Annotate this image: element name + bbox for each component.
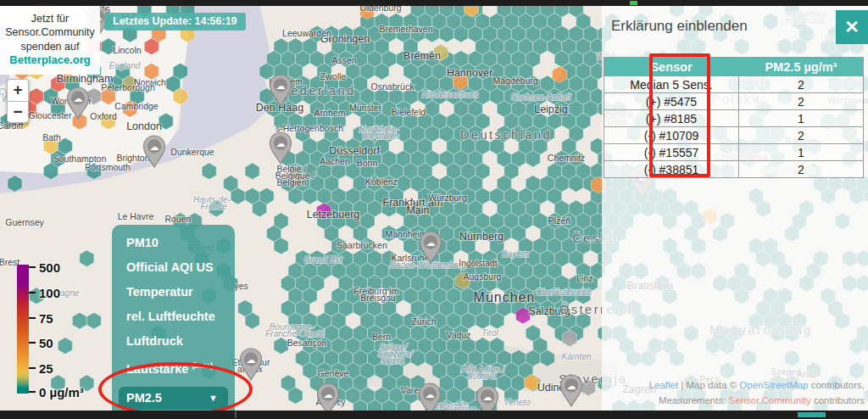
map-label: Main <box>406 204 429 216</box>
donation-line: Jetzt für <box>2 12 98 25</box>
cloud-icon: ☁ <box>324 389 333 399</box>
last-update-badge: Letztes Update: 14:56:19 <box>104 13 246 31</box>
selected-layer-label: PM2.5 <box>126 391 162 405</box>
map-label: Brighton <box>116 153 149 163</box>
table-row: (+) #54752 <box>604 93 864 110</box>
attribution-link[interactable]: Leaflet <box>649 380 679 390</box>
map-label: Besançon <box>287 338 327 348</box>
browser-chrome-top <box>0 0 868 6</box>
layer-menu: PM10Official AQI USTemperaturrel. Luftfe… <box>112 225 235 419</box>
attribution-text: contributors, <box>809 380 865 390</box>
map-label: Kärnten <box>561 352 591 361</box>
table-row: (-) #155571 <box>604 144 864 161</box>
layer-menu-item[interactable]: PM10 <box>112 236 235 250</box>
map-label: France <box>200 202 227 211</box>
map-label: England <box>109 61 141 70</box>
layer-menu-item[interactable]: rel. Luftfeuchte <box>112 310 235 324</box>
table-cell: 2 <box>739 127 864 144</box>
map-label: Hannover <box>447 67 492 79</box>
map-label: Augsburg <box>464 271 502 282</box>
caret-down-icon: ▼ <box>209 393 218 403</box>
layer-menu-item[interactable]: Temperatur <box>112 285 235 299</box>
table-cell: Median 5 Sens. <box>604 76 739 93</box>
map-label: Münster <box>349 103 381 113</box>
donation-line: Sensor.Community <box>2 25 98 39</box>
legend-tick: 0 µg/m³ <box>29 386 84 398</box>
map-label: Zwolle <box>320 71 347 81</box>
close-icon[interactable]: ✕ <box>836 10 868 44</box>
attribution-link[interactable]: OpenStreetMap <box>739 380 808 390</box>
attribution-line2: Measurements: Sensor.Community contribut… <box>649 394 865 409</box>
layer-menu-item[interactable]: Official AQI US <box>112 260 235 275</box>
layer-menu-item-beta[interactable]: Lautstärke (beta) <box>112 359 235 377</box>
layer-select-dropdown[interactable]: PM2.5 ▼ <box>119 387 228 410</box>
map-label: Osnabrück <box>371 81 415 92</box>
table-row: Median 5 Sens.2 <box>604 76 864 93</box>
map-label: Lincoln <box>113 45 141 55</box>
legend-tick: 25 <box>29 362 53 374</box>
map-label: Gloucester <box>29 110 72 120</box>
table-cell: 2 <box>739 76 864 93</box>
map-label: Deutschland <box>460 128 552 142</box>
layer-menu-items: PM10Official AQI USTemperaturrel. Luftfe… <box>112 236 235 377</box>
map-label: s-Hertogenbosch <box>275 123 343 133</box>
betterplace-link[interactable]: Betterplace.org <box>2 53 98 68</box>
map-label: Leeuwarden <box>282 28 331 38</box>
map-label: Linz <box>576 273 593 283</box>
map-label: Baden-Württemberg <box>390 260 466 270</box>
map-label: Arnhem <box>314 108 346 118</box>
map-label: Bonn <box>357 158 378 168</box>
legend-tick: 500 <box>29 261 60 273</box>
map-label: Koblenz <box>365 176 398 187</box>
cloud-icon: ☁ <box>247 355 256 365</box>
map-label: Plzeň <box>548 215 570 226</box>
table-cell: 2 <box>739 161 864 178</box>
map-label: Veneto <box>504 398 531 407</box>
map-label: Le Havre <box>118 211 154 221</box>
map-label: Grand Est <box>303 255 342 265</box>
zoom-out-button[interactable]: − <box>7 101 29 123</box>
explanation-panel: Erklärung einblenden ✕ SensorPM2.5 µg/m³… <box>602 6 868 411</box>
table-header: Sensor <box>604 58 739 76</box>
table-row: (+) #81851 <box>604 110 864 127</box>
attribution-text: contributors <box>811 395 865 405</box>
map-label: Bremen <box>403 50 441 62</box>
donation-banner: Jetzt für Sensor.Community spenden auf B… <box>0 6 100 75</box>
map-label: Bielefeld <box>392 107 426 117</box>
layer-menu-item[interactable]: Luftdruck <box>112 334 235 349</box>
table-cell: 1 <box>739 110 864 127</box>
zoom-in-button[interactable]: + <box>7 79 29 101</box>
table-cell: (+) #8185 <box>604 110 739 127</box>
attribution-line1: Leaflet | Map data © OpenStreetMap contr… <box>649 378 865 394</box>
map-label: Oxford <box>90 111 117 121</box>
map-label: Genève <box>318 368 349 378</box>
map-label: Niedersachsen <box>422 90 479 99</box>
cloud-icon: ☁ <box>567 381 576 391</box>
map-label: Leipzig <box>534 103 568 115</box>
map-label: Bath <box>42 132 61 142</box>
table-cell: (+) #5475 <box>604 93 739 110</box>
cloud-icon: ☁ <box>74 93 83 103</box>
table-cell: (-) #10709 <box>604 127 739 144</box>
map-label: Tirol <box>481 328 498 338</box>
map-label: Belgien <box>276 177 306 187</box>
browser-chrome-bottom <box>0 411 868 419</box>
table-cell: 1 <box>739 144 864 161</box>
map-label: Peterborough <box>101 82 155 92</box>
chrome-divider <box>235 411 236 418</box>
table-cell: 2 <box>739 93 864 110</box>
sensor-table-head-row: SensorPM2.5 µg/m³ <box>604 58 864 76</box>
legend-tick: 100 <box>29 287 60 299</box>
map-label: Portsmouth <box>85 162 131 172</box>
map-label: Ingolstadt <box>459 258 498 268</box>
map-label: Oberösterreich <box>536 288 593 297</box>
table-row: (-) #388512 <box>604 161 864 178</box>
cloud-icon: ☁ <box>150 142 159 152</box>
attribution-link[interactable]: Sensor.Community <box>729 395 811 405</box>
table-cell: (-) #15557 <box>604 144 739 161</box>
map-label: Rouen <box>165 214 192 224</box>
cloud-icon: ☁ <box>483 392 492 402</box>
color-scale-legend: 5001007550250 µg/m³ <box>17 265 93 395</box>
legend-tick: 50 <box>29 337 53 349</box>
panel-title[interactable]: Erklärung einblenden <box>611 18 748 35</box>
